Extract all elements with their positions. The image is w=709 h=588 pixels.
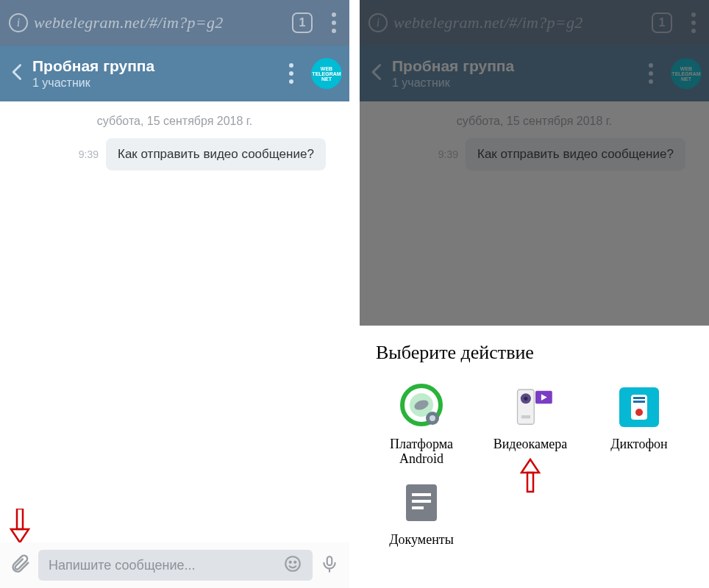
smiley-icon[interactable]: [283, 554, 302, 577]
svg-rect-5: [327, 556, 332, 565]
browser-address-bar: i webtelegram.net/#/im?p=g2 1: [360, 0, 709, 46]
svg-point-4: [294, 561, 296, 562]
svg-marker-1: [11, 529, 29, 542]
chat-subtitle: 1 участник: [392, 76, 640, 90]
action-android-platform[interactable]: Платформа Android: [370, 381, 473, 467]
tutorial-arrow-icon: [519, 458, 541, 493]
browser-menu-button[interactable]: [683, 12, 705, 33]
svg-rect-23: [633, 397, 645, 399]
action-label: Платформа Android: [370, 437, 473, 467]
chat-titles[interactable]: Пробная группа 1 участник: [32, 57, 280, 90]
action-sheet: Выберите действие Платформа Android: [360, 326, 709, 588]
message-input[interactable]: Напишите сообщение...: [38, 550, 313, 581]
back-icon[interactable]: [7, 62, 28, 85]
info-icon[interactable]: i: [368, 13, 388, 32]
chat-header: Пробная группа 1 участник WEB TELEGRAM N…: [0, 46, 349, 101]
info-icon[interactable]: i: [9, 13, 28, 32]
tabs-count: 1: [299, 16, 306, 29]
message-time: 9:39: [368, 148, 458, 160]
date-separator: суббота, 15 сентября 2018 г.: [360, 101, 709, 138]
chat-body: суббота, 15 сентября 2018 г. 9:39 Как от…: [0, 101, 349, 171]
action-documents[interactable]: Документы: [370, 477, 473, 548]
attach-icon[interactable]: [9, 553, 31, 578]
svg-rect-17: [521, 415, 530, 418]
message-row: 9:39 Как отправить видео сообщение?: [360, 138, 709, 171]
chat-header: Пробная группа 1 участник WEB TELEGRAM N…: [360, 46, 709, 101]
svg-point-2: [285, 556, 300, 571]
tabs-button[interactable]: 1: [292, 12, 313, 33]
svg-point-14: [524, 397, 527, 401]
chat-title: Пробная группа: [32, 57, 280, 75]
chat-title: Пробная группа: [392, 57, 640, 75]
svg-point-22: [635, 409, 643, 416]
left-screenshot: i webtelegram.net/#/im?p=g2 1 Пробная гр…: [0, 0, 349, 588]
avatar[interactable]: WEB TELEGRAM NET: [311, 58, 342, 89]
tabs-count: 1: [659, 16, 666, 29]
chat-menu-button[interactable]: [640, 63, 662, 84]
video-camera-icon: [505, 381, 556, 433]
message-bubble[interactable]: Как отправить видео сообщение?: [466, 138, 685, 171]
action-label: Документы: [389, 533, 454, 548]
tabs-button[interactable]: 1: [652, 12, 672, 33]
dictaphone-icon: [613, 381, 665, 433]
svg-rect-26: [412, 493, 431, 496]
chat-menu-button[interactable]: [280, 63, 302, 84]
tutorial-arrow-icon: [9, 509, 31, 544]
url-text[interactable]: webtelegram.net/#/im?p=g2: [393, 13, 641, 32]
action-label: Диктофон: [610, 437, 667, 452]
svg-rect-27: [412, 500, 431, 503]
mic-icon[interactable]: [320, 554, 339, 576]
svg-rect-19: [527, 473, 533, 492]
right-screenshot: i webtelegram.net/#/im?p=g2 1 Пробная гр…: [360, 0, 709, 588]
svg-point-11: [430, 415, 435, 421]
browser-address-bar: i webtelegram.net/#/im?p=g2 1: [0, 0, 349, 46]
chat-subtitle: 1 участник: [32, 76, 280, 90]
documents-icon: [396, 477, 447, 528]
browser-menu-button[interactable]: [323, 12, 345, 33]
chat-titles[interactable]: Пробная группа 1 участник: [392, 57, 640, 90]
back-icon[interactable]: [367, 62, 388, 85]
svg-marker-18: [521, 459, 539, 473]
svg-rect-24: [633, 401, 645, 403]
message-row: 9:39 Как отправить видео сообщение?: [0, 138, 349, 171]
svg-rect-28: [412, 506, 424, 509]
svg-rect-0: [17, 509, 23, 529]
action-label: Видеокамера: [494, 437, 568, 452]
url-text[interactable]: webtelegram.net/#/im?p=g2: [34, 13, 282, 32]
message-bubble[interactable]: Как отправить видео сообщение?: [106, 138, 326, 171]
sheet-title: Выберите действие: [376, 342, 699, 364]
action-video-camera[interactable]: Видеокамера: [479, 381, 582, 467]
chat-body: суббота, 15 сентября 2018 г. 9:39 Как от…: [360, 101, 709, 171]
message-input-bar: Напишите сообщение...: [0, 542, 349, 588]
android-platform-icon: [396, 381, 447, 433]
message-time: 9:39: [9, 148, 99, 160]
action-dictaphone[interactable]: Диктофон: [588, 381, 691, 467]
date-separator: суббота, 15 сентября 2018 г.: [0, 101, 349, 138]
input-placeholder: Напишите сообщение...: [49, 558, 196, 573]
avatar[interactable]: WEB TELEGRAM NET: [671, 58, 702, 89]
svg-point-3: [290, 561, 291, 562]
